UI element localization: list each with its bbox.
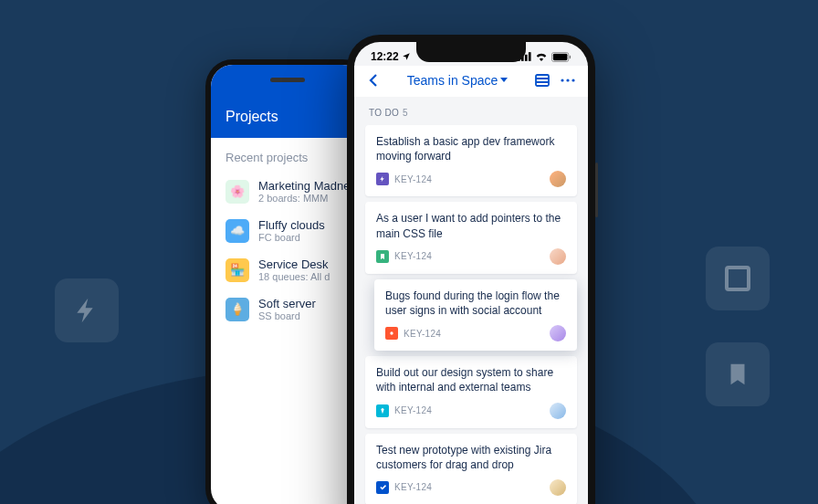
battery-icon	[551, 52, 572, 62]
issue-card[interactable]: Establish a basic app dev framework movi…	[365, 125, 577, 196]
issue-card[interactable]: Bugs found during the login flow the use…	[374, 279, 577, 351]
issue-type-icon	[376, 250, 389, 263]
issue-card[interactable]: Test new prototype with existing Jira cu…	[365, 434, 577, 505]
project-icon: 🍦	[225, 298, 249, 321]
project-name: Marketing Madness	[258, 179, 350, 193]
project-name: Soft server	[258, 297, 316, 310]
project-icon: 🌸	[225, 180, 249, 204]
issue-title: As a user I want to add pointers to the …	[376, 211, 566, 240]
svg-rect-5	[553, 53, 568, 59]
location-icon	[402, 52, 411, 61]
project-subtitle: FC board	[258, 232, 325, 243]
svg-point-11	[566, 79, 569, 81]
issue-key: KEY-124	[394, 174, 432, 184]
section-todo-label: TO DO5	[365, 97, 577, 125]
project-subtitle: 2 boards: MMM	[258, 193, 350, 204]
svg-rect-7	[536, 75, 549, 86]
board-view-icon[interactable]	[535, 74, 550, 87]
svg-point-13	[390, 331, 393, 334]
project-item[interactable]: ☁️ Fluffy clouds FC board	[211, 211, 364, 250]
recent-projects-label: Recent projects	[211, 138, 364, 172]
issue-title: Bugs found during the login flow the use…	[385, 289, 566, 318]
status-time: 12:22	[371, 50, 399, 63]
board-title-dropdown[interactable]: Teams in Space	[407, 73, 509, 88]
project-item[interactable]: 🌸 Marketing Madness 2 boards: MMM	[211, 172, 364, 211]
assignee-avatar	[550, 248, 566, 265]
svg-rect-6	[570, 55, 571, 58]
issue-type-icon	[385, 327, 398, 340]
issue-type-icon	[376, 173, 389, 185]
svg-point-12	[572, 79, 574, 81]
project-subtitle: SS board	[258, 310, 316, 321]
phone-board: 12:22 Teams in Space TO DO5 Establish a …	[347, 35, 595, 504]
svg-rect-2	[525, 55, 528, 61]
caret-down-icon	[500, 78, 508, 83]
project-name: Service Desk	[258, 257, 330, 271]
assignee-avatar	[550, 171, 566, 187]
svg-point-10	[561, 79, 563, 81]
decorative-square-icon	[706, 247, 770, 310]
issue-key: KEY-124	[394, 251, 432, 261]
wifi-icon	[535, 52, 548, 61]
decorative-bookmark-icon	[706, 342, 770, 406]
back-button[interactable]	[367, 73, 380, 88]
issue-type-icon	[376, 404, 389, 417]
project-item[interactable]: 🏪 Service Desk 18 queues: All d	[211, 250, 364, 289]
issue-key: KEY-124	[394, 482, 432, 492]
more-icon[interactable]	[561, 79, 575, 82]
issue-title: Build out our design system to share wit…	[376, 365, 566, 394]
issue-card[interactable]: Build out our design system to share wit…	[365, 356, 577, 427]
issue-key: KEY-124	[404, 329, 441, 339]
assignee-avatar	[550, 403, 566, 419]
project-icon: 🏪	[225, 258, 249, 282]
nav-bar: Teams in Space	[354, 66, 588, 97]
decorative-bolt-icon	[55, 278, 119, 342]
issue-title: Establish a basic app dev framework movi…	[376, 134, 566, 163]
svg-rect-3	[529, 52, 531, 61]
issue-title: Test new prototype with existing Jira cu…	[376, 443, 566, 472]
project-name: Fluffy clouds	[258, 218, 325, 232]
issue-card[interactable]: As a user I want to add pointers to the …	[365, 202, 577, 273]
assignee-avatar	[550, 479, 566, 496]
phone-projects: Projects Recent projects 🌸 Marketing Mad…	[205, 59, 370, 504]
issue-type-icon	[376, 481, 389, 494]
assignee-avatar	[550, 325, 566, 341]
project-icon: ☁️	[225, 219, 249, 243]
project-item[interactable]: 🍦 Soft server SS board	[211, 289, 364, 329]
projects-header: Projects	[211, 65, 364, 138]
project-subtitle: 18 queues: All d	[258, 271, 330, 282]
issue-key: KEY-124	[394, 405, 432, 415]
